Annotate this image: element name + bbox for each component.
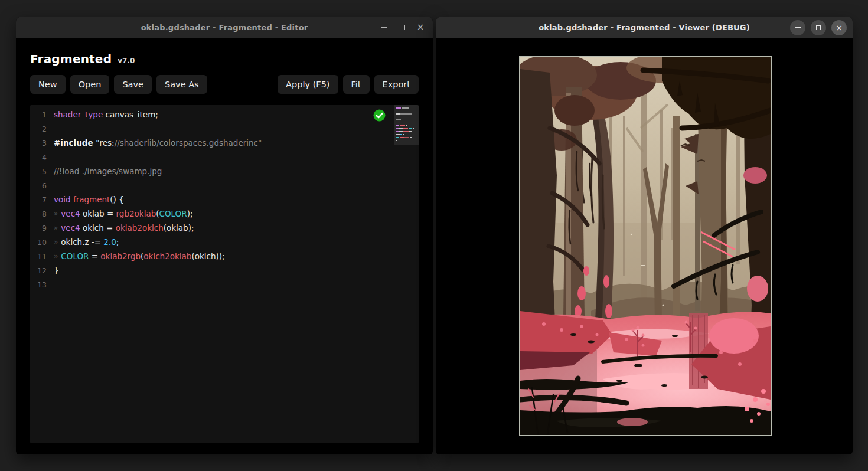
minimap[interactable] bbox=[394, 105, 419, 145]
code-line: 7void fragment() { bbox=[30, 192, 419, 207]
maximize-button[interactable] bbox=[396, 20, 409, 35]
code-line: 1shader_type canvas_item; bbox=[30, 107, 419, 122]
line-number: 12 bbox=[30, 266, 47, 275]
close-icon: × bbox=[836, 24, 843, 32]
minimize-icon bbox=[795, 27, 801, 28]
open-button[interactable]: Open bbox=[70, 75, 110, 94]
line-number: 13 bbox=[30, 280, 47, 289]
fit-button[interactable]: Fit bbox=[343, 75, 370, 94]
editor-window-controls: × bbox=[377, 17, 427, 38]
code-line: 11»COLOR = oklab2rgb(oklch2oklab(oklch))… bbox=[30, 249, 419, 263]
shader-output-image bbox=[520, 57, 771, 435]
code-editor[interactable]: 1shader_type canvas_item;23#include "res… bbox=[30, 105, 419, 443]
viewer-window-title: oklab.gdshader - Fragmented - Viewer (DE… bbox=[539, 23, 750, 32]
maximize-icon bbox=[400, 25, 405, 30]
line-number: 6 bbox=[30, 181, 47, 190]
line-number: 11 bbox=[30, 252, 47, 261]
line-number: 8 bbox=[30, 210, 47, 218]
shader-output-frame bbox=[519, 56, 772, 436]
line-number: 7 bbox=[30, 195, 47, 204]
code-line: 3#include "res://shaderlib/colorspaces.g… bbox=[30, 136, 419, 150]
line-number: 4 bbox=[30, 153, 47, 162]
line-number: 3 bbox=[30, 139, 47, 148]
viewer-titlebar[interactable]: oklab.gdshader - Fragmented - Viewer (DE… bbox=[436, 17, 853, 38]
indent-marker-icon: » bbox=[54, 224, 58, 232]
code-line: 13 bbox=[30, 277, 419, 292]
line-number: 2 bbox=[30, 125, 47, 133]
save-as-button[interactable]: Save As bbox=[156, 75, 207, 94]
code-line: 4 bbox=[30, 150, 419, 164]
indent-marker-icon: » bbox=[54, 252, 58, 260]
compile-success-icon bbox=[373, 109, 386, 122]
editor-titlebar[interactable]: oklab.gdshader - Fragmented - Editor × bbox=[16, 17, 433, 38]
viewer-window: oklab.gdshader - Fragmented - Viewer (DE… bbox=[436, 17, 853, 454]
editor-window: oklab.gdshader - Fragmented - Editor × F… bbox=[16, 17, 433, 454]
save-button[interactable]: Save bbox=[114, 75, 152, 94]
code-line: 6 bbox=[30, 178, 419, 192]
close-icon: × bbox=[417, 23, 425, 32]
editor-toolbar: NewOpenSaveSave As Apply (F5)FitExport bbox=[30, 75, 419, 94]
line-number: 1 bbox=[30, 110, 47, 119]
line-number: 10 bbox=[30, 238, 47, 247]
export-button[interactable]: Export bbox=[374, 75, 419, 94]
code-line: 5//!load ./images/swamp.jpg bbox=[30, 164, 419, 178]
code-line: 9»vec4 oklch = oklab2oklch(oklab); bbox=[30, 221, 419, 235]
minimize-button[interactable] bbox=[790, 20, 805, 35]
editor-window-title: oklab.gdshader - Fragmented - Editor bbox=[141, 23, 308, 32]
maximize-icon bbox=[816, 25, 821, 30]
code-line: 12} bbox=[30, 263, 419, 277]
line-number: 5 bbox=[30, 167, 47, 176]
maximize-button[interactable] bbox=[811, 20, 826, 35]
minimize-icon bbox=[381, 27, 387, 28]
app-header: Fragmented v7.0 bbox=[30, 52, 135, 66]
close-button[interactable]: × bbox=[831, 20, 847, 35]
close-button[interactable]: × bbox=[414, 20, 427, 35]
minimize-button[interactable] bbox=[377, 20, 390, 35]
app-version-label: v7.0 bbox=[118, 57, 135, 65]
line-number: 9 bbox=[30, 224, 47, 233]
indent-marker-icon: » bbox=[54, 238, 58, 246]
new-button[interactable]: New bbox=[30, 75, 66, 94]
code-line: 8»vec4 oklab = rgb2oklab(COLOR); bbox=[30, 207, 419, 221]
viewer-window-controls: × bbox=[790, 17, 847, 38]
apply-button[interactable]: Apply (F5) bbox=[278, 75, 338, 94]
code-line: 10»oklch.z -= 2.0; bbox=[30, 235, 419, 249]
code-line: 2 bbox=[30, 122, 419, 136]
app-title: Fragmented bbox=[30, 52, 112, 66]
indent-marker-icon: » bbox=[54, 210, 58, 218]
